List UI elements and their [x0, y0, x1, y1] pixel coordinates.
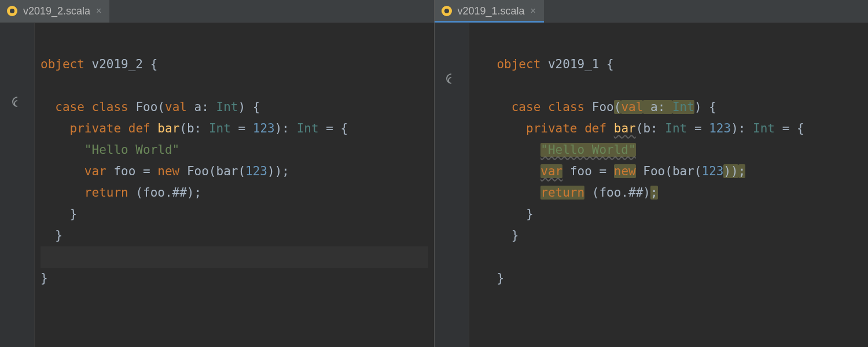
gutter-right — [435, 23, 469, 347]
code-line: return (foo.##); — [475, 186, 658, 200]
scala-file-icon — [442, 6, 452, 16]
active-tab-indicator — [435, 21, 544, 23]
code-line: var foo = new Foo(bar(123)); — [475, 164, 746, 178]
tab-filename: v2019_1.scala — [458, 5, 525, 17]
code-area-left[interactable]: object v2019_2 { case class Foo(val a: I… — [35, 23, 434, 347]
code-line: case class Foo(val a: Int) { — [475, 100, 716, 114]
code-line: case class Foo(val a: Int) { — [41, 100, 260, 114]
split-editor: v2019_2.scala × object v2019_2 { case cl… — [0, 0, 868, 347]
code-line: "Hello World" — [475, 143, 636, 157]
code-line: } — [41, 207, 77, 221]
scala-file-icon — [7, 6, 17, 16]
close-icon[interactable]: × — [96, 6, 101, 16]
code-line: private def bar(b: Int = 123): Int = { — [475, 121, 804, 135]
code-line: object v2019_2 { — [41, 57, 157, 71]
code-line: } — [475, 271, 505, 285]
tab-filename: v2019_2.scala — [23, 5, 90, 17]
code-line: } — [475, 207, 534, 221]
code-line: private def bar(b: Int = 123): Int = { — [41, 121, 348, 135]
left-pane: v2019_2.scala × object v2019_2 { case cl… — [0, 0, 435, 347]
editor-right[interactable]: object v2019_1 { case class Foo(val a: I… — [435, 23, 869, 347]
editor-left[interactable]: object v2019_2 { case class Foo(val a: I… — [0, 23, 434, 347]
code-line: } — [41, 228, 62, 242]
code-line: object v2019_1 { — [475, 57, 614, 71]
code-line: var foo = new Foo(bar(123)); — [41, 164, 289, 178]
code-area-right[interactable]: object v2019_1 { case class Foo(val a: I… — [469, 23, 869, 347]
tab-bar-left: v2019_2.scala × — [0, 0, 434, 23]
code-line: "Hello World" — [41, 143, 179, 157]
right-pane: v2019_1.scala × object v2019_1 { case cl… — [435, 0, 869, 347]
close-icon[interactable]: × — [531, 6, 536, 16]
tab-v2019-2[interactable]: v2019_2.scala × — [0, 0, 109, 23]
gutter-left — [0, 23, 35, 347]
caret-line — [41, 246, 428, 268]
code-line: } — [475, 228, 519, 242]
tab-v2019-1[interactable]: v2019_1.scala × — [435, 0, 544, 23]
code-line: return (foo.##); — [41, 186, 201, 200]
code-line: } — [41, 271, 48, 285]
override-gutter-icon[interactable] — [12, 96, 23, 110]
override-gutter-icon[interactable] — [446, 73, 457, 87]
tab-bar-right: v2019_1.scala × — [435, 0, 869, 23]
